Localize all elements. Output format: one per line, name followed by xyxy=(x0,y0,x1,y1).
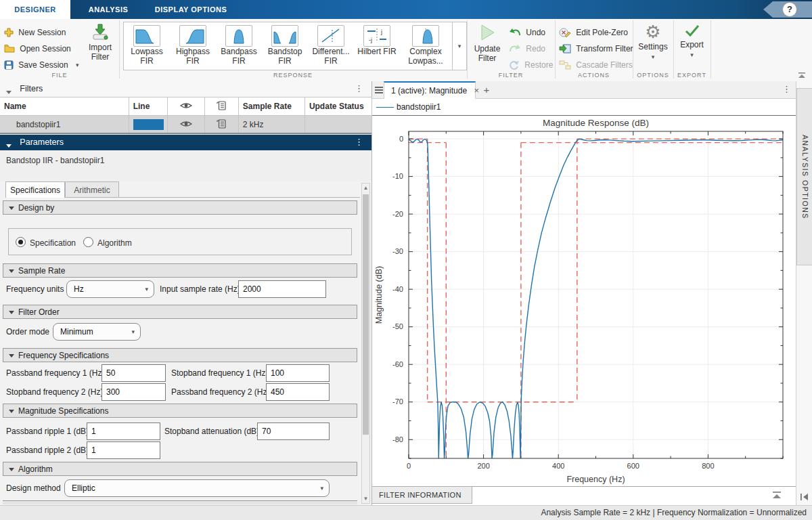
line-color-cell[interactable] xyxy=(129,116,167,134)
parameters-panel-header[interactable]: Parameters ⋮ xyxy=(0,135,371,150)
response-complex-lowpass[interactable]: Complex Lowpas... xyxy=(400,22,451,68)
line-color-swatch[interactable] xyxy=(133,119,164,130)
input-sample-rate-field[interactable] xyxy=(238,280,326,298)
section-magnitude-specifications[interactable]: Magnitude Specifications xyxy=(3,404,357,418)
export-chevron-icon: ▾ xyxy=(673,52,710,58)
edit-pole-zero-icon xyxy=(559,27,571,38)
app-tab-bar: DESIGNER ANALYSIS DISPLAY OPTIONS ? xyxy=(0,0,812,19)
response-hilbert-fir[interactable]: j-j Hilbert FIR xyxy=(354,22,400,68)
stopband-frequency-2-field[interactable] xyxy=(102,383,166,401)
frequency-units-dropdown[interactable]: Hz▾ xyxy=(66,280,154,298)
passband-frequency-2-label: Passband frequency 2 (Hz) xyxy=(171,383,269,401)
display-menu-icon[interactable]: ⋮ xyxy=(782,85,791,94)
stopband-attenuation-field[interactable] xyxy=(257,422,330,440)
new-session-label: New Session xyxy=(18,28,66,37)
scrollbar-thumb[interactable] xyxy=(363,194,369,435)
filters-collapse-icon xyxy=(6,91,12,94)
scroll-up-icon[interactable]: ▲ xyxy=(362,185,369,191)
export-button[interactable]: Export ▾ xyxy=(673,23,710,58)
svg-text:Frequency (Hz): Frequency (Hz) xyxy=(566,475,625,484)
parameters-menu-icon[interactable]: ⋮ xyxy=(355,137,363,147)
status-text: Analysis Sample Rate = 2 kHz | Frequency… xyxy=(541,508,807,517)
tab-display-options[interactable]: DISPLAY OPTIONS xyxy=(146,0,235,19)
help-icon[interactable]: ? xyxy=(782,2,797,17)
redo-button[interactable]: Redo xyxy=(509,41,545,56)
scroll-down-icon[interactable]: ▼ xyxy=(362,496,369,502)
info-cell[interactable] xyxy=(204,116,238,134)
design-by-group: Specification Algorithm xyxy=(8,228,352,255)
cascade-filters-icon xyxy=(559,60,571,70)
analysis-options-tab[interactable]: ANALYSIS OPTIONS xyxy=(796,88,812,265)
tab-designer[interactable]: DESIGNER xyxy=(0,0,70,19)
new-session-button[interactable]: New Session xyxy=(4,24,66,39)
response-gallery: Lowpass FIR Highpass FIR Bandpass FIR Ba… xyxy=(123,22,453,70)
export-section-label: EXPORT xyxy=(673,72,710,80)
design-method-dropdown[interactable]: Elliptic▾ xyxy=(64,479,330,497)
options-section-label: OPTIONS xyxy=(633,72,673,80)
tab-arithmetic[interactable]: Arithmetic xyxy=(65,181,119,198)
stopband-frequency-2-label: Stopband frequency 2 (Hz) xyxy=(6,383,103,401)
svg-text:600: 600 xyxy=(627,462,639,470)
section-filter-order[interactable]: Filter Order xyxy=(3,305,357,319)
tab-list-icon[interactable] xyxy=(375,87,383,93)
undo-button[interactable]: Undo xyxy=(509,24,545,39)
tab-specifications[interactable]: Specifications xyxy=(5,181,65,198)
next-section-partial xyxy=(3,500,357,504)
section-algorithm[interactable]: Algorithm xyxy=(3,462,357,476)
save-session-chevron-icon[interactable]: ▾ xyxy=(76,62,79,68)
filter-information-tab[interactable]: FILTER INFORMATION xyxy=(372,486,472,504)
parameters-scrollbar[interactable]: ▲ ▼ xyxy=(361,183,370,504)
add-display-tab-button[interactable]: + xyxy=(480,83,493,98)
response-bandstop-fir[interactable]: Bandstop FIR xyxy=(262,22,308,68)
section-design-by[interactable]: Design by xyxy=(3,200,357,215)
passband-frequency-1-field[interactable] xyxy=(102,364,166,382)
cascade-filters-button[interactable]: Cascade Filters xyxy=(559,57,633,72)
magnitude-response-chart[interactable]: 02004006008000-10-20-30-40-50-60-70-80Ma… xyxy=(372,116,796,486)
import-filter-button[interactable]: Import Filter xyxy=(84,23,116,62)
expand-panel-icon[interactable] xyxy=(771,491,782,500)
filters-menu-icon[interactable]: ⋮ xyxy=(355,84,363,93)
highpass-fir-icon xyxy=(179,25,206,47)
order-mode-dropdown[interactable]: Minimum▾ xyxy=(53,323,141,341)
chart-legend: bandstopiir1 xyxy=(372,99,796,116)
response-differentiator-fir[interactable]: Different... FIR xyxy=(308,22,354,68)
settings-button[interactable]: ⚙ Settings ▾ xyxy=(633,22,673,60)
save-session-button[interactable]: Save Session ▾ xyxy=(4,57,79,72)
save-icon xyxy=(4,60,14,70)
radio-specification[interactable]: Specification xyxy=(16,237,76,248)
response-highpass-fir[interactable]: Highpass FIR xyxy=(170,22,216,68)
ribbon: New Session Open Session Save Session ▾ … xyxy=(0,19,812,82)
edit-pole-zero-button[interactable]: Edit Pole-Zero xyxy=(559,24,628,39)
visibility-cell[interactable] xyxy=(167,116,204,134)
dropdown-chevron-icon: ▾ xyxy=(145,281,148,297)
stopband-frequency-1-field[interactable] xyxy=(266,364,330,382)
response-gallery-expand-button[interactable]: ▾ xyxy=(452,22,467,70)
dock-left-icon[interactable] xyxy=(800,493,809,501)
update-filter-button[interactable]: Update Filter xyxy=(471,23,503,63)
filter-name-cell: bandstopiir1 xyxy=(0,116,129,134)
svg-text:0: 0 xyxy=(399,135,403,143)
response-lowpass-fir[interactable]: Lowpass FIR xyxy=(124,22,170,68)
import-filter-label-2: Filter xyxy=(84,52,116,62)
open-session-button[interactable]: Open Session xyxy=(4,41,71,56)
filters-panel-header[interactable]: Filters ⋮ xyxy=(0,81,371,98)
section-sample-rate[interactable]: Sample Rate xyxy=(3,263,357,278)
passband-ripple-2-field[interactable] xyxy=(87,441,160,459)
differentiator-fir-icon xyxy=(317,25,344,47)
actions-section-label: ACTIONS xyxy=(555,72,633,80)
transform-filter-button[interactable]: Transform Filter xyxy=(559,41,633,56)
display-tab-active[interactable]: 1 (active): Magnitude × xyxy=(384,81,476,99)
collapse-ribbon-icon[interactable] xyxy=(797,72,807,79)
passband-ripple-1-field[interactable] xyxy=(87,422,160,440)
section-frequency-specifications[interactable]: Frequency Specifications xyxy=(3,348,357,362)
tab-analysis[interactable]: ANALYSIS xyxy=(70,0,146,19)
restore-button[interactable]: Restore xyxy=(509,57,553,72)
passband-frequency-2-field[interactable] xyxy=(266,383,330,401)
update-status-cell xyxy=(304,116,371,134)
parameters-subtitle: Bandstop IIR - bandstopiir1 xyxy=(0,150,371,165)
filter-row-bandstopiir1[interactable]: bandstopiir1 2 kHz xyxy=(0,116,372,134)
close-tab-icon[interactable]: × xyxy=(474,85,479,95)
response-bandpass-fir[interactable]: Bandpass FIR xyxy=(216,22,262,68)
radio-algorithm[interactable]: Algorithm xyxy=(83,237,132,248)
svg-text:200: 200 xyxy=(477,462,489,470)
